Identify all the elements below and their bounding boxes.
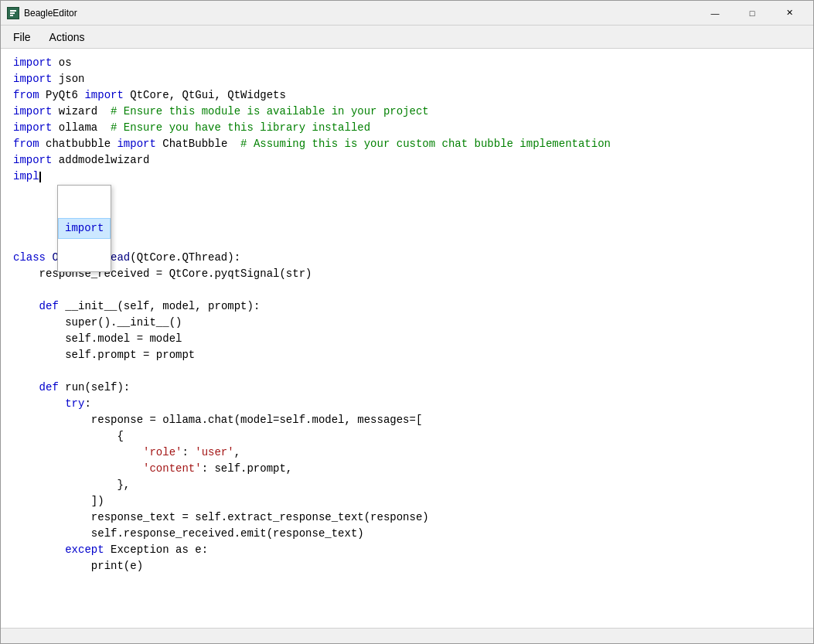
code-line-29: print(e) [13, 558, 801, 574]
svg-rect-3 [10, 15, 13, 16]
code-line-16: self.prompt = prompt [13, 347, 801, 363]
code-line-10: class OllamaThread(QtCore.QThread): [13, 250, 801, 266]
code-line-9 [13, 233, 801, 250]
window-title: BeagleEditor [24, 8, 697, 19]
code-line-24: }, [13, 477, 801, 493]
code-line-17 [13, 363, 801, 380]
code-line-23: 'content': self.prompt, [13, 461, 801, 477]
app-icon [7, 7, 19, 19]
menu-bar: File Actions [1, 26, 813, 49]
code-line-18: def run(self): [13, 380, 801, 396]
code-line-26: response_text = self.extract_response_te… [13, 509, 801, 526]
code-line-15: self.model = model [13, 331, 801, 347]
code-line-7: import addmodelwizard [13, 152, 801, 169]
code-line-22: 'role': 'user', [13, 445, 801, 461]
code-line-3: from PyQt6 import QtCore, QtGui, QtWidge… [13, 87, 801, 104]
code-line-1: import os [13, 55, 801, 71]
editor-area[interactable]: import os import json from PyQt6 import … [1, 49, 813, 628]
code-line-25: ]) [13, 493, 801, 509]
actions-menu[interactable]: Actions [40, 28, 94, 46]
code-line-27: self.response_received.emit(response_tex… [13, 526, 801, 542]
maximize-button[interactable]: □ [734, 1, 770, 26]
minimize-button[interactable]: — [697, 1, 733, 26]
code-line-14: super().__init__() [13, 315, 801, 331]
code-line-4: import wizard # Ensure this module is av… [13, 104, 801, 120]
main-window: BeagleEditor — □ ✕ File Actions import o… [0, 0, 814, 644]
file-menu[interactable]: File [4, 28, 40, 46]
close-button[interactable]: ✕ [771, 1, 807, 26]
code-line-5: import ollama # Ensure you have this lib… [13, 120, 801, 136]
svg-rect-2 [10, 12, 15, 14]
window-controls: — □ ✕ [697, 1, 807, 26]
code-line-19: try: [13, 396, 801, 412]
title-bar: BeagleEditor — □ ✕ [1, 1, 813, 26]
code-line-8: impl import [13, 169, 801, 233]
code-line-13: def __init__(self, model, prompt): [13, 298, 801, 315]
code-line-11: response_received = QtCore.pyqtSignal(st… [13, 266, 801, 282]
code-line-21: { [13, 428, 801, 445]
code-line-28: except Exception as e: [13, 542, 801, 558]
code-line-6: from chatbubble import ChatBubble # Assu… [13, 136, 801, 152]
code-line-20: response = ollama.chat(model=self.model,… [13, 412, 801, 428]
code-line-2: import json [13, 71, 801, 87]
autocomplete-popup[interactable]: import [57, 185, 111, 272]
svg-rect-1 [10, 10, 16, 12]
code-line-12 [13, 282, 801, 298]
status-bar [1, 628, 813, 643]
autocomplete-item-import[interactable]: import [58, 218, 111, 239]
